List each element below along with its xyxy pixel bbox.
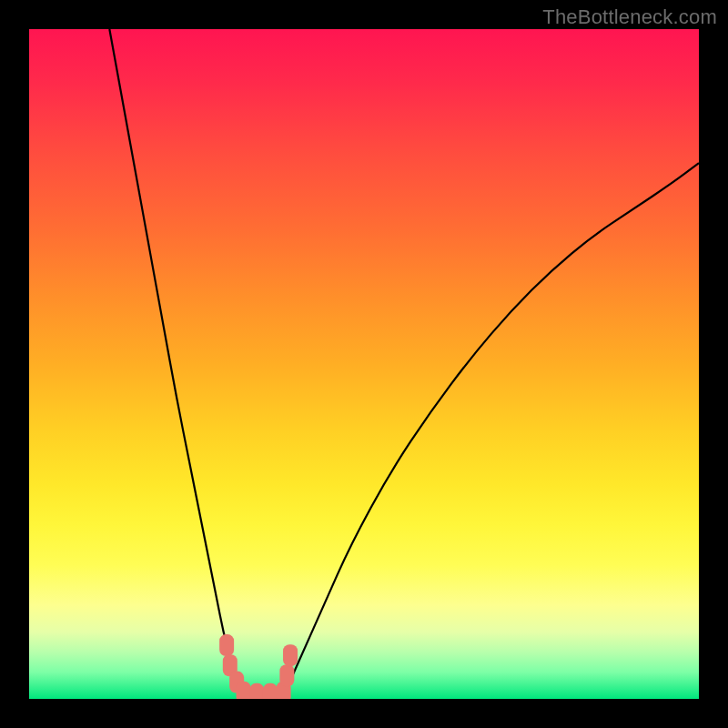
valley-marker [263,683,278,699]
right-curve [284,163,699,695]
valley-marker [249,683,264,699]
chart-frame: TheBottleneck.com [0,0,728,728]
valley-marker [237,682,251,699]
plot-area [29,29,699,699]
watermark-text: TheBottleneck.com [542,5,717,29]
valley-markers [219,634,298,699]
valley-marker [279,664,294,686]
left-curve [109,29,243,695]
chart-svg [29,29,699,699]
valley-marker [219,634,234,656]
valley-marker [283,644,298,666]
